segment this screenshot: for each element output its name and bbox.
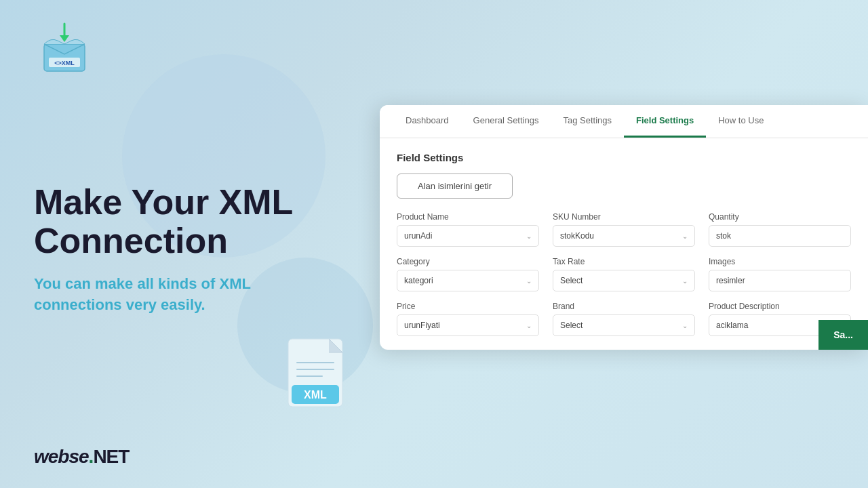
- label-quantity: Quantity: [709, 212, 851, 222]
- headline: Make Your XML Connection: [34, 183, 346, 260]
- field-group-category: Category kategori ⌄: [397, 257, 539, 291]
- get-fields-button[interactable]: Alan isimlerini getir: [397, 174, 513, 199]
- label-product-name: Product Name: [397, 212, 539, 222]
- field-group-sku-number: SKU Number stokKodu ⌄: [553, 212, 695, 247]
- brand-logo: webse.NET: [34, 446, 129, 468]
- field-group-tax-rate: Tax Rate Select ⌄: [553, 257, 695, 291]
- field-group-quantity: Quantity stok: [709, 212, 851, 247]
- select-product-name[interactable]: urunAdi ⌄: [397, 225, 539, 247]
- chevron-down-icon: ⌄: [682, 277, 688, 285]
- brand-webse: webse: [34, 446, 89, 467]
- logo-icon: <>XML: [34, 20, 95, 81]
- tab-how-to-use[interactable]: How to Use: [706, 105, 776, 138]
- tab-dashboard[interactable]: Dashboard: [393, 105, 461, 138]
- fields-grid: Product Name urunAdi ⌄ SKU Number stokKo…: [397, 212, 851, 336]
- settings-card: Dashboard General Settings Tag Settings …: [380, 105, 868, 350]
- field-group-images: Images resimler: [709, 257, 851, 291]
- select-brand[interactable]: Select ⌄: [553, 314, 695, 336]
- label-sku-number: SKU Number: [553, 212, 695, 222]
- label-price: Price: [397, 302, 539, 311]
- select-sku-number[interactable]: stokKodu ⌄: [553, 225, 695, 247]
- select-tax-rate[interactable]: Select ⌄: [553, 270, 695, 291]
- card-content: Field Settings Alan isimlerini getir Pro…: [380, 138, 868, 350]
- select-category[interactable]: kategori ⌄: [397, 270, 539, 291]
- label-images: Images: [709, 257, 851, 266]
- svg-text:<>XML: <>XML: [54, 60, 75, 66]
- chevron-down-icon: ⌄: [526, 232, 532, 240]
- xml-file-icon: XML: [285, 332, 359, 420]
- brand-net: NET: [93, 446, 129, 467]
- label-brand: Brand: [553, 302, 695, 311]
- section-title: Field Settings: [397, 152, 851, 163]
- chevron-down-icon: ⌄: [682, 322, 688, 329]
- input-images[interactable]: resimler: [709, 270, 851, 291]
- save-button[interactable]: Sa...: [818, 320, 868, 350]
- input-quantity[interactable]: stok: [709, 225, 851, 247]
- tabs-container: Dashboard General Settings Tag Settings …: [380, 105, 868, 138]
- logo-container: <>XML: [34, 20, 346, 81]
- svg-text:XML: XML: [304, 389, 327, 401]
- tab-field-settings[interactable]: Field Settings: [624, 105, 706, 138]
- label-product-description: Product Description: [709, 302, 851, 311]
- label-tax-rate: Tax Rate: [553, 257, 695, 266]
- subheadline: You can make all kinds of XML connection…: [34, 274, 292, 316]
- select-price[interactable]: urunFiyati ⌄: [397, 314, 539, 336]
- tab-general-settings[interactable]: General Settings: [461, 105, 551, 138]
- field-group-product-name: Product Name urunAdi ⌄: [397, 212, 539, 247]
- field-group-price: Price urunFiyati ⌄: [397, 302, 539, 336]
- chevron-down-icon: ⌄: [526, 277, 532, 285]
- field-group-brand: Brand Select ⌄: [553, 302, 695, 336]
- chevron-down-icon: ⌄: [526, 322, 532, 329]
- chevron-down-icon: ⌄: [682, 232, 688, 240]
- tab-tag-settings[interactable]: Tag Settings: [551, 105, 624, 138]
- svg-marker-2: [60, 35, 69, 42]
- label-category: Category: [397, 257, 539, 266]
